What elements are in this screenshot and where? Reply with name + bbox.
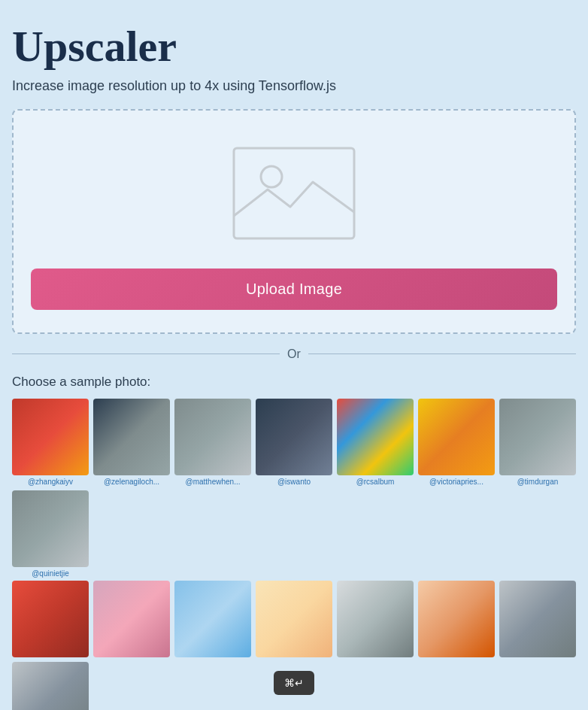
sample-credit-2: @matthewhen... [174,478,251,486]
list-item[interactable]: @matthewhen... [174,399,251,486]
divider-line-right [308,353,576,354]
list-item[interactable]: @quinietjie [12,490,89,578]
sample-credit-6: @timdurgan [499,478,576,486]
list-item[interactable] [499,581,576,657]
list-item[interactable]: @iswanto [256,399,332,486]
sample-credit-0: @zhangkaiyv [12,478,89,486]
sample-thumb-7 [12,490,89,567]
list-item[interactable]: @timdurgan [499,399,576,486]
page-container: Upscaler Increase image resolution up to… [0,0,588,710]
shortcut-text: ⌘↵ [284,677,304,689]
sample-credit-7: @quinietjie [12,569,89,578]
app-subtitle: Increase image resolution up to 4x using… [12,78,576,94]
sample-thumb-4 [337,399,414,475]
sample-section: Choose a sample photo: @zhangkaiyv @zele… [12,375,576,710]
sample-grid-row1: @zhangkaiyv @zelenagiloch... @matthewhen… [12,399,576,578]
sample-thumb-5 [418,399,495,475]
sample-thumb-3 [256,399,332,475]
list-item[interactable]: @victoriapries... [418,399,495,486]
sample-credit-5: @victoriapries... [418,478,495,486]
upload-area: Upload Image [12,109,576,334]
or-divider: Or [12,347,576,361]
keyboard-shortcut: ⌘↵ [274,671,314,695]
divider-text: Or [287,347,301,361]
sample-thumb-0 [12,399,89,475]
list-item[interactable] [337,581,414,657]
sample-credit-4: @rcsalbum [337,478,414,486]
svg-rect-0 [234,148,354,238]
upload-button[interactable]: Upload Image [31,269,557,310]
sample-credit-1: @zelenagiloch... [93,478,170,486]
list-item[interactable] [93,581,170,657]
sample-credit-3: @iswanto [256,478,332,486]
list-item[interactable]: @zhangkaiyv [12,399,89,486]
image-placeholder [226,141,362,246]
list-item[interactable] [12,581,89,657]
sample-thumb-2 [174,399,251,475]
sample-label: Choose a sample photo: [12,375,576,390]
list-item[interactable] [256,581,332,657]
list-item[interactable] [418,581,495,657]
list-item[interactable]: @rcsalbum [337,399,414,486]
divider-line-left [12,353,280,354]
placeholder-icon [226,141,362,246]
list-item[interactable]: @zelenagiloch... [93,399,170,486]
list-item[interactable] [12,662,89,710]
sample-thumb-6 [499,399,576,475]
list-item[interactable] [174,581,251,657]
svg-point-1 [261,166,282,187]
app-title: Upscaler [12,23,576,71]
sample-thumb-1 [93,399,170,475]
